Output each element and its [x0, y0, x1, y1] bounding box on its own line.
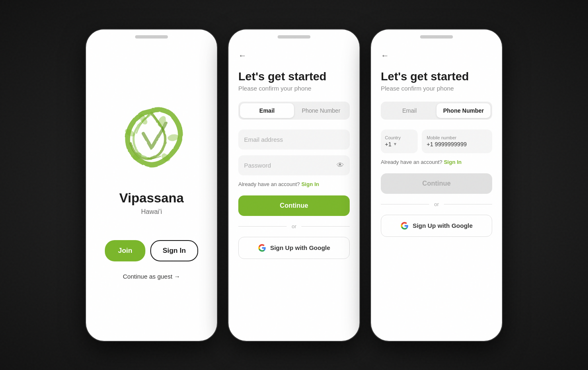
or-line-left-3: [381, 204, 429, 204]
back-button-2[interactable]: ←: [238, 51, 250, 60]
signin-link-3[interactable]: Sign In: [444, 159, 461, 165]
phone-status-bar-2: [228, 30, 360, 44]
eye-icon[interactable]: 👁: [337, 161, 344, 170]
email-input[interactable]: [238, 129, 350, 150]
or-divider-3: or: [381, 201, 492, 207]
google-signup-button-3[interactable]: Sign Up with Google: [381, 215, 492, 237]
auth-title-2: Let's get started: [238, 70, 350, 83]
auth-title-3: Let's get started: [381, 70, 492, 83]
phone-email-signup: ← Let's get started Please confirm your …: [228, 30, 360, 341]
or-line-right-2: [301, 226, 350, 227]
google-signup-button-2[interactable]: Sign Up with Google: [238, 237, 350, 259]
already-account-text-3: Already have an account? Sign In: [381, 159, 492, 165]
chevron-down-icon: ▼: [393, 142, 397, 146]
back-button-3[interactable]: ←: [381, 51, 392, 60]
tab-phone-2[interactable]: Phone Number: [294, 103, 348, 118]
notch: [135, 35, 168, 39]
auth-subtitle-2: Please confirm your phone: [238, 85, 350, 92]
or-text-3: or: [434, 201, 439, 207]
google-icon-3: [400, 222, 409, 230]
mobile-value: +1 9999999999: [427, 141, 487, 148]
notch-3: [420, 35, 453, 39]
tab-phone-3[interactable]: Phone Number: [436, 103, 491, 118]
google-icon-2: [258, 244, 266, 252]
continue-button-2[interactable]: Continue: [238, 195, 350, 216]
app-logo: [113, 101, 190, 179]
app-location: Hawai'i: [141, 208, 162, 216]
mobile-input[interactable]: Mobile number +1 9999999999: [422, 129, 492, 153]
or-text-2: or: [292, 223, 296, 229]
phones-container: Vipassana Hawai'i Join Sign In Continue …: [86, 30, 502, 341]
tab-switcher-2: Email Phone Number: [238, 102, 350, 120]
already-account-text-2: Already have an account? Sign In: [238, 181, 350, 187]
guest-link[interactable]: Continue as guest →: [123, 273, 180, 280]
phone-status-bar-3: [371, 30, 502, 44]
signin-button[interactable]: Sign In: [150, 240, 198, 261]
mobile-label: Mobile number: [427, 135, 487, 140]
app-name: Vipassana: [119, 191, 184, 206]
tab-email-3[interactable]: Email: [382, 103, 436, 118]
phone-status-bar: [86, 30, 217, 44]
auth-subtitle-3: Please confirm your phone: [381, 85, 492, 92]
join-button[interactable]: Join: [105, 240, 145, 261]
continue-button-3[interactable]: Continue: [381, 173, 492, 194]
country-value: +1 ▼: [385, 141, 414, 148]
signin-link-2[interactable]: Sign In: [301, 181, 319, 187]
or-divider-2: or: [238, 223, 350, 229]
notch-2: [278, 35, 310, 39]
tab-email-2[interactable]: Email: [240, 103, 294, 118]
password-wrapper: 👁: [238, 155, 350, 175]
phone-phone-signup: ← Let's get started Please confirm your …: [371, 30, 502, 341]
logo-container: [111, 99, 192, 181]
country-selector[interactable]: Country +1 ▼: [381, 129, 418, 153]
cta-buttons: Join Sign In: [105, 240, 198, 261]
or-line-right-3: [444, 204, 492, 204]
tab-switcher-3: Email Phone Number: [381, 102, 492, 120]
or-line-left-2: [238, 226, 287, 227]
phone-number-row: Country +1 ▼ Mobile number +1 9999999999: [381, 129, 492, 153]
country-label: Country: [385, 135, 414, 140]
password-input[interactable]: [238, 155, 350, 175]
phone-welcome: Vipassana Hawai'i Join Sign In Continue …: [86, 30, 217, 341]
